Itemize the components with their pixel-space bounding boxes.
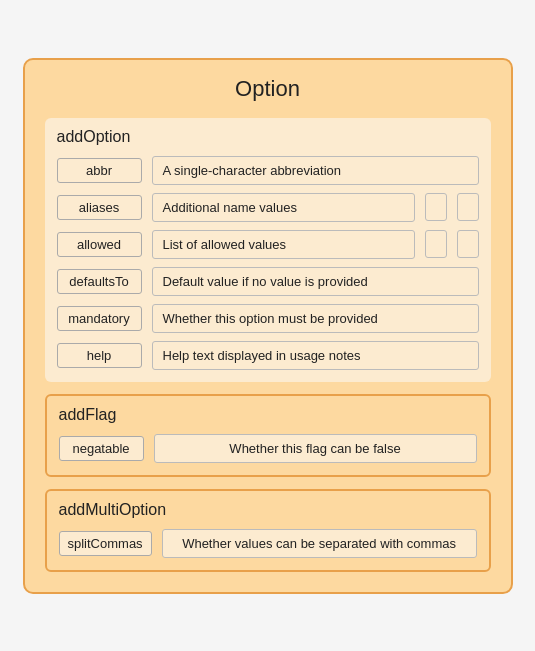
table-row: abbr A single-character abbreviation [57,156,479,185]
table-row: negatable Whether this flag can be false [59,434,477,463]
label-aliases: aliases [57,195,142,220]
table-row: aliases Additional name values [57,193,479,222]
table-row: help Help text displayed in usage notes [57,341,479,370]
label-mandatory: mandatory [57,306,142,331]
page-title: Option [45,76,491,102]
desc-mandatory: Whether this option must be provided [152,304,479,333]
table-row: defaultsTo Default value if no value is … [57,267,479,296]
desc-abbr: A single-character abbreviation [152,156,479,185]
main-card: Option addOption abbr A single-character… [23,58,513,594]
table-row: splitCommas Whether values can be separa… [59,529,477,558]
add-flag-section: addFlag negatable Whether this flag can … [45,394,491,477]
desc-defaults-to: Default value if no value is provided [152,267,479,296]
extra-box-2 [457,193,479,221]
add-multi-option-section: addMultiOption splitCommas Whether value… [45,489,491,572]
label-negatable: negatable [59,436,144,461]
desc-allowed: List of allowed values [152,230,415,259]
label-abbr: abbr [57,158,142,183]
desc-negatable: Whether this flag can be false [154,434,477,463]
extra-box-1 [425,193,447,221]
add-option-title: addOption [57,128,479,146]
label-help: help [57,343,142,368]
label-allowed: allowed [57,232,142,257]
add-multi-option-title: addMultiOption [59,501,477,519]
add-flag-title: addFlag [59,406,477,424]
extra-box-3 [425,230,447,258]
desc-help: Help text displayed in usage notes [152,341,479,370]
label-defaults-to: defaultsTo [57,269,142,294]
desc-aliases: Additional name values [152,193,415,222]
table-row: mandatory Whether this option must be pr… [57,304,479,333]
label-split-commas: splitCommas [59,531,152,556]
add-option-section: addOption abbr A single-character abbrev… [45,118,491,382]
table-row: allowed List of allowed values [57,230,479,259]
desc-split-commas: Whether values can be separated with com… [162,529,477,558]
extra-box-4 [457,230,479,258]
